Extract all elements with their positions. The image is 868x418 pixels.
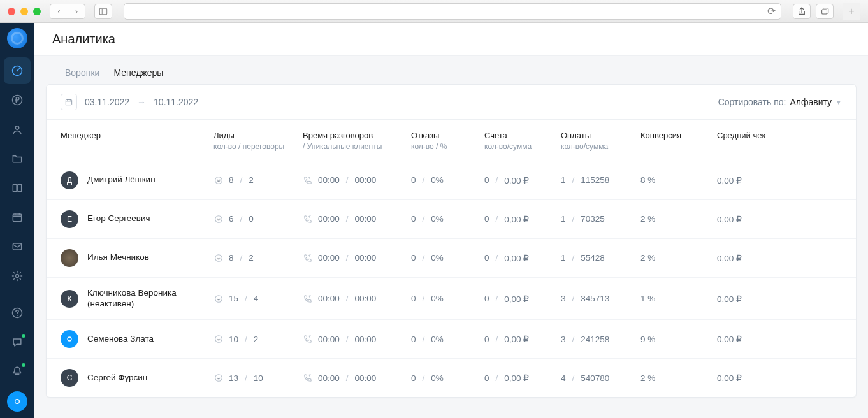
leads-cell: 6/0 xyxy=(213,214,303,224)
sidebar-item-dashboard[interactable] xyxy=(4,57,31,84)
avatar: Е xyxy=(61,210,78,228)
window-controls xyxy=(8,8,41,15)
headset-icon xyxy=(12,396,22,407)
sidebar-item-notifications[interactable] xyxy=(4,358,31,385)
forward-button[interactable]: › xyxy=(68,4,85,19)
conversion-cell: 2 % xyxy=(640,253,717,263)
manager-name: Семенова Злата xyxy=(87,334,154,345)
svg-point-18 xyxy=(215,295,222,302)
chat-icon xyxy=(11,336,24,349)
th-talktime: Время разговоров/ Уникальные клиенты xyxy=(303,130,411,152)
tab-managers[interactable]: Менеджеры xyxy=(113,68,163,78)
avatar xyxy=(61,249,78,267)
tab-funnels[interactable]: Воронки xyxy=(65,68,99,78)
manager-cell: С Сергей Фурсин xyxy=(61,369,213,387)
svg-point-17 xyxy=(215,254,222,261)
talktime-cell: 00:00/00:00 xyxy=(303,253,411,263)
refusals-cell: 0/0% xyxy=(411,294,484,303)
talktime-cell: 00:00/00:00 xyxy=(303,175,411,185)
avatar: Д xyxy=(61,171,78,189)
sort-value: Алфавиту xyxy=(790,97,832,107)
table-row[interactable]: С Сергей Фурсин 13/10 00:00/00:00 0/0% 0… xyxy=(47,359,856,397)
share-button[interactable] xyxy=(793,4,811,19)
th-leads: Лидыкол-во / переговоры xyxy=(213,130,303,152)
date-from: 03.11.2022 xyxy=(85,97,129,107)
payments-cell: 1/55428 xyxy=(561,253,640,263)
calendar-icon xyxy=(61,94,77,110)
url-bar[interactable]: ⟳ xyxy=(124,3,781,20)
leads-cell: 10/2 xyxy=(213,334,303,344)
table-header: Менеджер Лидыкол-во / переговоры Время р… xyxy=(47,120,856,161)
sidebar-item-help[interactable] xyxy=(4,299,31,326)
th-refusals: Отказыкол-во / % xyxy=(411,130,484,152)
sidebar-item-settings[interactable] xyxy=(4,263,31,289)
table-row[interactable]: Е Егор Сергеевич 6/0 00:00/00:00 0/0% 0/… xyxy=(47,200,856,239)
sidebar-item-finance[interactable] xyxy=(4,87,31,113)
invoices-cell: 0/0,00 ₽ xyxy=(484,334,561,344)
sidebar-item-chat[interactable] xyxy=(4,329,31,356)
refusals-cell: 0/0% xyxy=(411,373,484,383)
avgcheck-cell: 0,00 ₽ xyxy=(717,294,781,304)
svg-point-15 xyxy=(215,177,222,184)
close-window-icon[interactable] xyxy=(8,8,15,15)
lead-icon xyxy=(213,253,224,263)
app-sidebar xyxy=(0,23,34,418)
date-range-picker[interactable]: 03.11.2022 → 10.11.2022 xyxy=(61,94,198,110)
leads-cell: 8/2 xyxy=(213,253,303,263)
table-row[interactable]: Д Дмитрий Лёшкин 8/2 00:00/00:00 0/0% 0/… xyxy=(47,161,856,200)
invoices-cell: 0/0,00 ₽ xyxy=(484,214,561,224)
table-row[interactable]: Семенова Злата 10/2 00:00/00:00 0/0% 0/0… xyxy=(47,320,856,359)
page-title: Аналитика xyxy=(34,23,868,56)
minimize-window-icon[interactable] xyxy=(20,8,28,15)
panel-toolbar: 03.11.2022 → 10.11.2022 Сортировать по: … xyxy=(47,85,856,120)
table-row[interactable]: Илья Мечников 8/2 00:00/00:00 0/0% 0/0,0… xyxy=(47,239,856,278)
avgcheck-cell: 0,00 ₽ xyxy=(717,214,781,224)
sidebar-item-support[interactable] xyxy=(7,391,27,412)
payments-cell: 3/241258 xyxy=(561,335,640,344)
sidebar-item-mail[interactable] xyxy=(4,233,31,260)
browser-chrome: ‹ › ⟳ + xyxy=(0,0,868,23)
sidebar-item-library[interactable] xyxy=(4,175,31,201)
avgcheck-cell: 0,00 ₽ xyxy=(717,334,781,344)
manager-name: Егор Сергеевич xyxy=(87,213,150,224)
talktime-cell: 00:00/00:00 xyxy=(303,373,411,383)
sort-dropdown[interactable]: Сортировать по: Алфавиту ▼ xyxy=(718,97,842,107)
invoices-cell: 0/0,00 ₽ xyxy=(484,373,561,383)
leads-cell: 13/10 xyxy=(213,373,303,383)
payments-cell: 1/115258 xyxy=(561,175,640,185)
sidebar-item-deals[interactable] xyxy=(4,145,31,172)
lead-icon xyxy=(213,373,224,383)
arrow-right-icon: → xyxy=(137,97,146,107)
avatar: К xyxy=(61,290,78,308)
new-tab-button[interactable]: + xyxy=(843,3,860,20)
avatar xyxy=(61,330,78,348)
app-logo[interactable] xyxy=(7,28,27,48)
sidebar-item-calendar[interactable] xyxy=(4,204,31,231)
svg-rect-0 xyxy=(99,8,106,15)
calendar-icon xyxy=(11,211,24,224)
avgcheck-cell: 0,00 ₽ xyxy=(717,373,781,383)
svg-point-13 xyxy=(15,400,20,404)
th-invoices: Счетакол-во/сумма xyxy=(484,130,561,152)
reload-icon[interactable]: ⟳ xyxy=(767,5,776,17)
refusals-cell: 0/0% xyxy=(411,175,484,185)
invoices-cell: 0/0,00 ₽ xyxy=(484,253,561,263)
folder-icon xyxy=(11,152,24,165)
svg-rect-2 xyxy=(822,9,827,13)
sidebar-item-contacts[interactable] xyxy=(4,116,31,143)
talktime-cell: 00:00/00:00 xyxy=(303,294,411,304)
back-button[interactable]: ‹ xyxy=(50,4,68,19)
table-row[interactable]: К Ключникова Вероника (неактивен) 15/4 0… xyxy=(47,278,856,321)
conversion-cell: 2 % xyxy=(640,373,717,383)
manager-cell: Е Егор Сергеевич xyxy=(61,210,213,228)
avatar: С xyxy=(61,369,78,387)
maximize-window-icon[interactable] xyxy=(33,8,41,15)
analytics-tabs: Воронки Менеджеры xyxy=(46,56,857,84)
conversion-cell: 8 % xyxy=(640,175,717,185)
tabs-button[interactable] xyxy=(816,4,834,19)
payments-cell: 4/540780 xyxy=(561,373,640,383)
phone-icon xyxy=(303,214,313,224)
sidebar-toggle-button[interactable] xyxy=(94,4,112,19)
manager-name: Дмитрий Лёшкин xyxy=(87,175,156,185)
phone-icon xyxy=(303,253,313,263)
